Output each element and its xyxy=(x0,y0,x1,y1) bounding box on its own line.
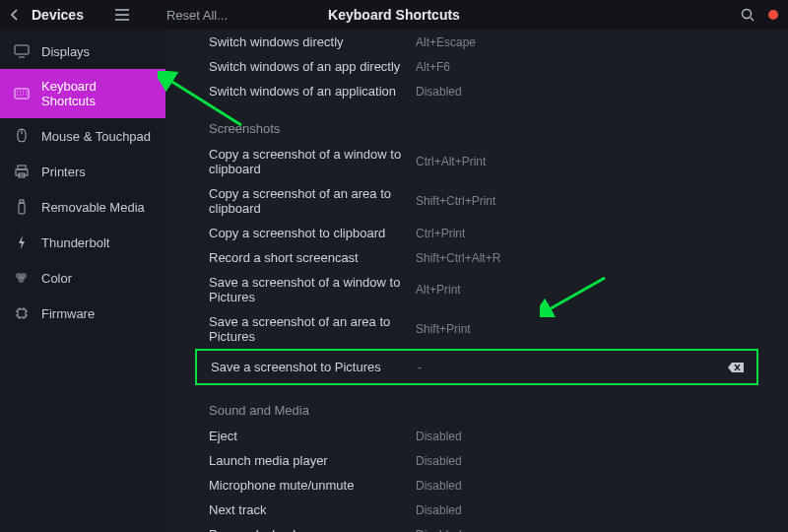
shortcut-label: Copy a screenshot to clipboard xyxy=(209,226,416,240)
shortcut-value: Alt+Print xyxy=(416,283,461,297)
shortcut-row[interactable]: Save a screenshot of a window to Picture… xyxy=(195,270,758,309)
sidebar-item-label: Printers xyxy=(41,165,86,179)
sidebar-item-label: Firmware xyxy=(41,306,95,321)
shortcut-label: Switch windows of an application xyxy=(209,84,416,99)
shortcut-value: Shift+Ctrl+Alt+R xyxy=(416,251,500,265)
sidebar-item-label: Keyboard Shortcuts xyxy=(41,79,152,108)
sidebar-item-label: Removable Media xyxy=(41,200,145,215)
display-icon xyxy=(14,43,30,59)
svg-point-0 xyxy=(743,10,752,19)
reset-all-button[interactable]: Reset All... xyxy=(166,8,228,23)
shortcut-row[interactable]: Copy a screenshot to clipboardCtrl+Print xyxy=(195,221,758,245)
shortcut-label: Switch windows directly xyxy=(209,34,416,49)
shortcut-row[interactable]: Launch media playerDisabled xyxy=(195,448,758,473)
header-back-title[interactable]: Devices xyxy=(32,7,84,23)
shortcut-row[interactable]: Switch windows of an applicationDisabled xyxy=(195,79,758,103)
backspace-icon xyxy=(727,362,745,373)
sidebar-item-firmware[interactable]: Firmware xyxy=(0,296,165,331)
svg-rect-12 xyxy=(18,309,26,317)
shortcut-value: Disabled xyxy=(416,430,462,443)
shortcut-list[interactable]: Switch windows directlyAlt+Escape Switch… xyxy=(165,30,788,532)
section-header-screenshots: Screenshots xyxy=(209,121,758,136)
shortcut-value: Alt+F6 xyxy=(416,60,450,74)
chevron-left-icon xyxy=(10,9,18,21)
svg-rect-2 xyxy=(15,89,29,99)
shortcut-value: Disabled xyxy=(416,85,462,99)
svg-rect-1 xyxy=(15,45,29,54)
svg-rect-8 xyxy=(20,200,24,203)
clear-shortcut-button[interactable] xyxy=(727,362,745,373)
shortcut-label: Switch windows of an app directly xyxy=(209,59,416,74)
printer-icon xyxy=(14,164,30,179)
sidebar-item-displays[interactable]: Displays xyxy=(0,33,165,69)
sidebar: Displays Keyboard Shortcuts Mouse & Touc… xyxy=(0,30,165,532)
shortcut-value: Shift+Print xyxy=(416,322,471,336)
sidebar-item-label: Color xyxy=(41,271,72,286)
shortcut-label: Microphone mute/unmute xyxy=(209,478,416,493)
usb-icon xyxy=(14,199,30,215)
sidebar-item-printers[interactable]: Printers xyxy=(0,154,165,189)
page-title: Keyboard Shortcuts xyxy=(328,7,460,23)
sidebar-item-mouse[interactable]: Mouse & Touchpad xyxy=(0,118,165,154)
sidebar-item-thunderbolt[interactable]: Thunderbolt xyxy=(0,225,165,260)
shortcut-label: Pause playback xyxy=(209,527,416,532)
mouse-icon xyxy=(14,128,30,144)
shortcut-row[interactable]: Copy a screenshot of an area to clipboar… xyxy=(195,181,758,221)
shortcut-value: Disabled xyxy=(416,454,462,468)
shortcut-row[interactable]: Record a short screencastShift+Ctrl+Alt+… xyxy=(195,245,758,270)
shortcut-label: Launch media player xyxy=(209,453,416,468)
shortcut-value: - xyxy=(418,361,422,374)
shortcut-value: Disabled xyxy=(416,503,462,517)
search-icon xyxy=(741,8,755,22)
keyboard-icon xyxy=(14,86,30,101)
menu-button[interactable] xyxy=(115,9,129,21)
header-left: Devices Reset All... xyxy=(10,7,228,23)
shortcut-label: Record a short screencast xyxy=(209,250,416,265)
shortcut-row-highlighted[interactable]: Save a screenshot to Pictures - xyxy=(195,349,758,385)
shortcut-label: Copy a screenshot of an area to clipboar… xyxy=(209,186,416,216)
shortcut-row[interactable]: Copy a screenshot of a window to clipboa… xyxy=(195,142,758,181)
sidebar-item-label: Mouse & Touchpad xyxy=(41,129,151,144)
shortcut-label: Save a screenshot of a window to Picture… xyxy=(209,275,416,304)
shortcut-label: Copy a screenshot of a window to clipboa… xyxy=(209,147,416,176)
shortcut-label: Save a screenshot of an area to Pictures xyxy=(209,314,416,344)
shortcut-value: Disabled xyxy=(416,479,462,493)
hamburger-icon xyxy=(115,9,129,21)
thunderbolt-icon xyxy=(14,234,30,250)
svg-rect-7 xyxy=(19,203,25,214)
close-indicator-icon[interactable] xyxy=(768,10,778,20)
header-bar: Devices Reset All... Keyboard Shortcuts xyxy=(0,0,788,30)
shortcut-label: Next track xyxy=(209,502,416,517)
svg-rect-5 xyxy=(18,166,26,169)
sidebar-item-label: Displays xyxy=(41,44,90,59)
sidebar-item-label: Thunderbolt xyxy=(41,235,109,250)
shortcut-row[interactable]: Next trackDisabled xyxy=(195,498,758,522)
header-right xyxy=(741,8,778,22)
shortcut-row[interactable]: Pause playbackDisabled xyxy=(195,522,758,532)
shortcut-value: Disabled xyxy=(416,528,462,533)
sidebar-item-keyboard-shortcuts[interactable]: Keyboard Shortcuts xyxy=(0,69,165,118)
back-button[interactable] xyxy=(10,9,18,21)
shortcut-label: Save a screenshot to Pictures xyxy=(211,360,418,374)
shortcut-value: Alt+Escape xyxy=(416,35,476,49)
shortcut-row[interactable]: Switch windows of an app directlyAlt+F6 xyxy=(195,54,758,79)
shortcut-row[interactable]: Save a screenshot of an area to Pictures… xyxy=(195,309,758,349)
shortcut-row[interactable]: Switch windows directlyAlt+Escape xyxy=(195,30,758,54)
shortcut-row[interactable]: EjectDisabled xyxy=(195,424,758,448)
search-button[interactable] xyxy=(741,8,755,22)
color-icon xyxy=(14,270,30,286)
chip-icon xyxy=(14,305,30,321)
sidebar-item-removable-media[interactable]: Removable Media xyxy=(0,189,165,225)
sidebar-item-color[interactable]: Color xyxy=(0,260,165,296)
shortcut-value: Shift+Ctrl+Print xyxy=(416,194,495,208)
shortcut-label: Eject xyxy=(209,429,416,443)
svg-point-11 xyxy=(19,277,25,283)
shortcut-value: Ctrl+Print xyxy=(416,227,465,240)
shortcut-value: Ctrl+Alt+Print xyxy=(416,155,486,168)
svg-rect-4 xyxy=(16,169,28,175)
shortcut-row[interactable]: Microphone mute/unmuteDisabled xyxy=(195,473,758,498)
section-header-sound: Sound and Media xyxy=(209,403,758,418)
